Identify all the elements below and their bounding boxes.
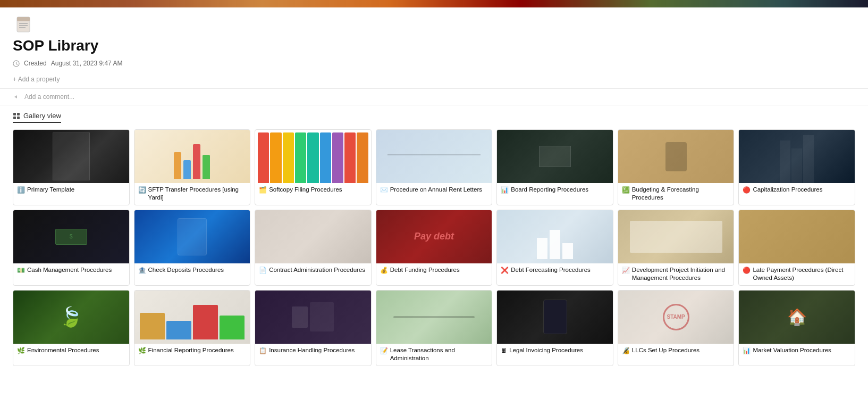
card-label-debt-funding: 💰 Debt Funding Procedures <box>376 263 492 280</box>
card-debt-funding[interactable]: Pay debt 💰 Debt Funding Procedures <box>376 210 493 286</box>
card-icon-capitalization: 🔴 <box>743 186 751 195</box>
card-capitalization[interactable]: 🔴 Capitalization Procedures <box>738 129 855 205</box>
card-softcopy-filing[interactable]: 🗂️ Softcopy Filing Procedures <box>255 129 372 205</box>
card-budgeting-forecasting[interactable]: 💹 Budgeting & Forecasting Procedures <box>618 129 735 205</box>
card-image-development-project <box>618 210 734 263</box>
card-environmental[interactable]: 🍃 🌿 Environmental Procedures <box>13 290 130 366</box>
card-legal-invoicing[interactable]: 🖩 Legal Invoicing Procedures <box>496 290 613 366</box>
card-label-primary-template: ℹ️ Primary Template <box>13 183 129 200</box>
card-image-debt-funding: Pay debt <box>376 210 492 263</box>
page-icon <box>13 14 34 35</box>
svg-rect-1 <box>17 17 30 21</box>
card-text-insurance-handling: Insurance Handling Procedures <box>269 346 355 354</box>
card-check-deposits[interactable]: 🏦 Check Deposits Procedures <box>134 210 251 286</box>
card-label-financial-reporting: 🌿 Financial Reporting Procedures <box>134 344 250 361</box>
card-cash-management[interactable]: $ 💵 Cash Management Procedures <box>13 210 130 286</box>
card-text-financial-reporting: Financial Reporting Procedures <box>148 346 234 354</box>
card-development-project[interactable]: 📈 Development Project Initiation and Man… <box>618 210 735 286</box>
card-lease-transactions[interactable]: 📝 Lease Transactions and Administration <box>376 290 493 366</box>
card-image-llcs-setup: STAMP <box>618 291 734 344</box>
card-text-check-deposits: Check Deposits Procedures <box>148 266 224 274</box>
card-label-llcs-setup: 🔏 LLCs Set Up Procedures <box>618 344 734 361</box>
gallery-view-header: Gallery view <box>13 112 61 123</box>
card-label-procedure-annual-rent: ✉️ Procedure on Annual Rent Letters <box>376 183 492 200</box>
card-label-sftp-transfer: 🔄 SFTP Transfer Procedures [using Yardi] <box>134 183 250 205</box>
card-icon-check-deposits: 🏦 <box>138 267 146 275</box>
card-text-sftp-transfer: SFTP Transfer Procedures [using Yardi] <box>148 186 247 202</box>
card-procedure-annual-rent[interactable]: ✉️ Procedure on Annual Rent Letters <box>376 129 493 205</box>
card-label-cash-management: 💵 Cash Management Procedures <box>13 263 129 280</box>
card-label-late-payment: 🔴 Late Payment Procedures (Direct Owned … <box>739 263 855 285</box>
add-comment-label: Add a comment... <box>24 93 74 101</box>
card-icon-environmental: 🌿 <box>17 347 25 355</box>
card-icon-board-reporting: 📊 <box>501 186 509 195</box>
card-text-development-project: Development Project Initiation and Manag… <box>632 266 730 282</box>
card-image-sftp-transfer <box>134 130 250 183</box>
card-late-payment[interactable]: 🔴 Late Payment Procedures (Direct Owned … <box>738 210 855 286</box>
svg-marker-6 <box>14 95 17 98</box>
card-text-market-valuation: Market Valuation Procedures <box>753 346 831 354</box>
card-image-debt-forecasting <box>497 210 613 263</box>
card-text-cash-management: Cash Management Procedures <box>27 266 112 274</box>
svg-rect-7 <box>13 113 16 115</box>
card-icon-lease-transactions: 📝 <box>380 347 388 355</box>
card-icon-development-project: 📈 <box>622 267 630 275</box>
card-text-budgeting-forecasting: Budgeting & Forecasting Procedures <box>632 186 730 202</box>
card-primary-template[interactable]: ℹ️ Primary Template <box>13 129 130 205</box>
card-insurance-handling[interactable]: 📋 Insurance Handling Procedures <box>255 290 372 366</box>
card-image-insurance-handling <box>255 291 371 344</box>
card-image-contract-administration <box>255 210 371 263</box>
card-market-valuation[interactable]: 🏠 📊 Market Valuation Procedures <box>738 290 855 366</box>
card-text-llcs-setup: LLCs Set Up Procedures <box>632 346 700 354</box>
card-image-legal-invoicing <box>497 291 613 344</box>
card-image-procedure-annual-rent <box>376 130 492 183</box>
card-icon-financial-reporting: 🌿 <box>138 347 146 355</box>
card-icon-debt-funding: 💰 <box>380 267 388 275</box>
card-text-primary-template: Primary Template <box>27 186 74 194</box>
card-debt-forecasting[interactable]: ❌ Debt Forecasting Procedures <box>496 210 613 286</box>
svg-rect-10 <box>17 117 20 119</box>
gallery-icon <box>13 112 20 120</box>
card-text-lease-transactions: Lease Transactions and Administration <box>390 346 488 362</box>
card-icon-procedure-annual-rent: ✉️ <box>380 186 388 195</box>
comment-arrow-icon <box>13 93 20 101</box>
card-text-debt-forecasting: Debt Forecasting Procedures <box>511 266 591 274</box>
card-image-late-payment <box>739 210 855 263</box>
add-property-label: + Add a property <box>13 76 60 83</box>
add-comment-row[interactable]: Add a comment... <box>0 89 868 105</box>
gallery-grid: ℹ️ Primary Template 🔄 SFTP Transfer Proc… <box>13 129 855 366</box>
card-label-board-reporting: 📊 Board Reporting Procedures <box>497 183 613 200</box>
card-image-check-deposits <box>134 210 250 263</box>
card-image-lease-transactions <box>376 291 492 344</box>
card-image-board-reporting <box>497 130 613 183</box>
created-meta: Created August 31, 2023 9:47 AM <box>13 60 855 67</box>
card-icon-cash-management: 💵 <box>17 267 25 275</box>
card-label-capitalization: 🔴 Capitalization Procedures <box>739 183 855 200</box>
card-financial-reporting[interactable]: 🌿 Financial Reporting Procedures <box>134 290 251 366</box>
created-date: August 31, 2023 9:47 AM <box>51 60 123 67</box>
page-header: SOP Library Created August 31, 2023 9:47… <box>0 37 868 74</box>
card-label-lease-transactions: 📝 Lease Transactions and Administration <box>376 344 492 366</box>
card-llcs-setup[interactable]: STAMP 🔏 LLCs Set Up Procedures <box>618 290 735 366</box>
card-sftp-transfer[interactable]: 🔄 SFTP Transfer Procedures [using Yardi] <box>134 129 251 205</box>
card-contract-administration[interactable]: 📄 Contract Administration Procedures <box>255 210 372 286</box>
card-icon-primary-template: ℹ️ <box>17 186 25 195</box>
card-image-environmental: 🍃 <box>13 291 129 344</box>
add-property-button[interactable]: + Add a property <box>0 74 868 84</box>
top-banner <box>0 0 868 7</box>
svg-rect-8 <box>17 113 20 115</box>
card-label-legal-invoicing: 🖩 Legal Invoicing Procedures <box>497 344 613 361</box>
card-icon-late-payment: 🔴 <box>743 267 751 275</box>
card-board-reporting[interactable]: 📊 Board Reporting Procedures <box>496 129 613 205</box>
svg-rect-9 <box>13 117 16 119</box>
card-text-environmental: Environmental Procedures <box>27 346 99 354</box>
created-label: Created <box>24 60 47 67</box>
page-title: SOP Library <box>13 37 855 54</box>
card-text-late-payment: Late Payment Procedures (Direct Owned As… <box>753 266 851 282</box>
card-icon-insurance-handling: 📋 <box>259 347 267 355</box>
card-label-insurance-handling: 📋 Insurance Handling Procedures <box>255 344 371 361</box>
card-image-financial-reporting <box>134 291 250 344</box>
card-label-contract-administration: 📄 Contract Administration Procedures <box>255 263 371 280</box>
card-image-primary-template <box>13 130 129 183</box>
card-icon-contract-administration: 📄 <box>259 267 267 275</box>
